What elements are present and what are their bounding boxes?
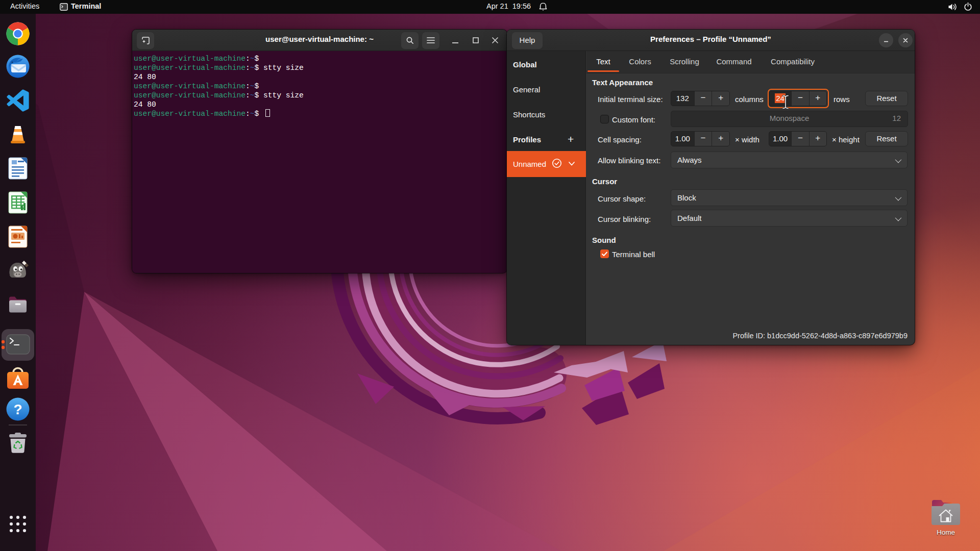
svg-text:?: ? (13, 402, 22, 417)
svg-text:Home: Home (937, 529, 955, 536)
